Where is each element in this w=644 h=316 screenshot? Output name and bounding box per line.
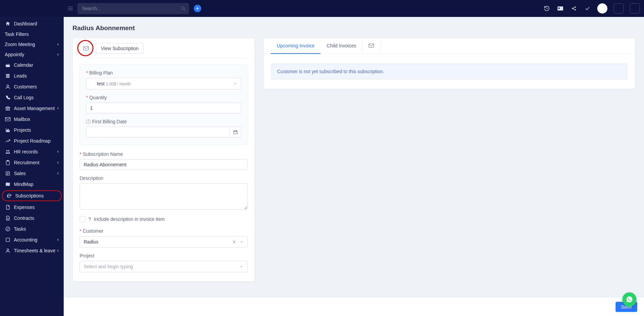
checkmark-icon[interactable] xyxy=(584,5,591,12)
svg-point-41 xyxy=(6,227,10,231)
chevron-up-icon xyxy=(240,265,244,269)
billing-plan-select[interactable]: test 1.00$ / month xyxy=(86,78,241,89)
share-icon[interactable] xyxy=(570,5,578,12)
svg-marker-19 xyxy=(5,106,10,108)
topbar-square-button-2[interactable] xyxy=(630,3,640,14)
topbar xyxy=(0,0,644,17)
svg-point-31 xyxy=(6,150,7,151)
chevron-left-icon xyxy=(56,238,60,241)
sidebar-item-contracts[interactable]: Contracts xyxy=(0,213,64,224)
id-card-icon[interactable] xyxy=(557,5,564,12)
sidebar-item-hr-records[interactable]: HR records xyxy=(0,146,64,157)
tab-child-invoices[interactable]: Child Invoices xyxy=(320,38,362,54)
dollar-icon xyxy=(5,237,11,243)
first-billing-date-input[interactable] xyxy=(86,127,230,138)
page-title: Radius Abonnement xyxy=(72,24,635,32)
label-billing-plan: *Billing Plan xyxy=(86,70,241,76)
chart-icon xyxy=(5,127,11,133)
svg-line-11 xyxy=(573,7,575,8)
sidebar-item-leads[interactable]: Leads xyxy=(0,70,64,81)
description-textarea[interactable] xyxy=(80,183,248,210)
sidebar-item-label: HR records xyxy=(14,149,38,154)
customer-select[interactable]: Radius xyxy=(80,236,248,248)
svg-rect-14 xyxy=(6,63,10,64)
svg-point-43 xyxy=(7,249,8,251)
date-picker-button[interactable] xyxy=(230,127,241,138)
sidebar-item-project-roadmap[interactable]: Project Roadmap xyxy=(0,135,64,146)
tab-mail-icon[interactable] xyxy=(362,38,380,54)
sidebar-item-accounting[interactable]: Accounting xyxy=(0,234,64,245)
sidebar-item-label: MindMap xyxy=(14,182,34,187)
quantity-input[interactable] xyxy=(86,103,241,113)
topbar-logo-area xyxy=(0,0,64,17)
sidebar-item-subscriptions[interactable]: Subscriptions xyxy=(2,190,62,201)
search-icon xyxy=(181,6,186,11)
sidebar-item-label: Dashboard xyxy=(14,21,37,26)
svg-line-5 xyxy=(547,8,547,9)
sidebar-item-projects[interactable]: Projects xyxy=(0,125,64,135)
calendar-icon xyxy=(5,62,11,68)
send-mail-button[interactable] xyxy=(80,43,92,54)
topbar-square-button-1[interactable] xyxy=(614,3,624,14)
sidebar-item-sales[interactable]: Sales xyxy=(0,168,64,179)
subscription-form-card: View Subscription *Billing Plan test 1.0… xyxy=(72,38,255,281)
sidebar-item-dashboard[interactable]: Dashboard xyxy=(0,18,64,29)
label-first-billing-date: ? First Billing Date xyxy=(86,119,241,124)
label-subscription-name: *Subscription Name xyxy=(80,151,248,157)
sidebar-item-label: Recruitment xyxy=(14,160,39,165)
home-icon xyxy=(5,21,11,27)
svg-point-8 xyxy=(572,8,573,9)
chevron-left-icon xyxy=(56,53,60,56)
sidebar-item-calendar[interactable]: Calendar xyxy=(0,60,64,70)
add-button[interactable] xyxy=(194,5,201,12)
sidebar-item-task-filters[interactable]: Task Filters xyxy=(0,29,64,39)
sidebar-item-call-logs[interactable]: Call Logs xyxy=(0,92,64,103)
svg-rect-29 xyxy=(8,129,8,131)
sidebar-item-label: Projects xyxy=(14,127,31,133)
sidebar-item-customers[interactable]: Customers xyxy=(0,81,64,92)
search-input[interactable] xyxy=(77,3,189,14)
history-icon[interactable] xyxy=(543,5,550,12)
svg-rect-42 xyxy=(6,238,10,242)
main: Radius Abonnement View Subscription *Bil… xyxy=(64,17,644,316)
svg-point-18 xyxy=(7,85,8,87)
phone-icon xyxy=(5,94,11,101)
sidebar-item-expenses[interactable]: Expenses xyxy=(0,202,64,213)
label-quantity: *Quantity xyxy=(86,95,241,100)
whatsapp-float-button[interactable] xyxy=(622,292,637,307)
billing-plan-name: test xyxy=(97,81,105,86)
sidebar-item-label: Asset Management xyxy=(14,106,55,111)
sidebar-item-timesheets-leave[interactable]: Timesheets & leave xyxy=(0,245,64,256)
footer-bar: Save xyxy=(64,297,644,316)
sidebar-item-label: Task Filters xyxy=(5,31,29,37)
sidebar-item-asset-management[interactable]: Asset Management xyxy=(0,103,64,114)
hamburger-icon xyxy=(68,7,73,10)
billing-box: *Billing Plan test 1.00$ / month xyxy=(80,64,248,145)
sidebar-item-label: Customers xyxy=(14,84,37,89)
subscription-name-input[interactable] xyxy=(80,159,248,170)
svg-rect-25 xyxy=(5,118,11,121)
include-description-checkbox[interactable] xyxy=(80,216,86,222)
sidebar-item-appointly[interactable]: Appointly xyxy=(0,49,64,60)
trend-icon xyxy=(5,138,11,144)
tab-upcoming-invoice[interactable]: Upcoming Invoice xyxy=(271,38,320,54)
clear-customer-button[interactable] xyxy=(232,240,236,244)
map-icon xyxy=(5,181,11,187)
sidebar-item-tasks[interactable]: Tasks xyxy=(0,224,64,234)
sidebar-item-recruitment[interactable]: Recruitment xyxy=(0,157,64,168)
label-customer: *Customer xyxy=(80,228,248,234)
refresh-icon xyxy=(6,193,12,199)
menu-toggle-button[interactable] xyxy=(66,4,75,13)
sidebar-item-mailbox[interactable]: Mailbox xyxy=(0,114,64,125)
chevron-left-icon xyxy=(56,161,60,164)
sidebar-item-mindmap[interactable]: MindMap xyxy=(0,179,64,190)
sidebar-item-label: Contracts xyxy=(14,215,34,221)
sidebar-item-label: Timesheets & leave xyxy=(14,248,55,253)
topbar-right xyxy=(543,3,640,14)
avatar[interactable] xyxy=(597,3,607,14)
project-select[interactable]: Select and begin typing xyxy=(80,261,248,272)
view-subscription-button[interactable]: View Subscription xyxy=(96,43,144,54)
sidebar-item-label: Mailbox xyxy=(14,117,30,122)
sidebar-item-label: Leads xyxy=(14,73,27,79)
sidebar-item-zoom-meeting[interactable]: Zoom Meeting xyxy=(0,39,64,49)
